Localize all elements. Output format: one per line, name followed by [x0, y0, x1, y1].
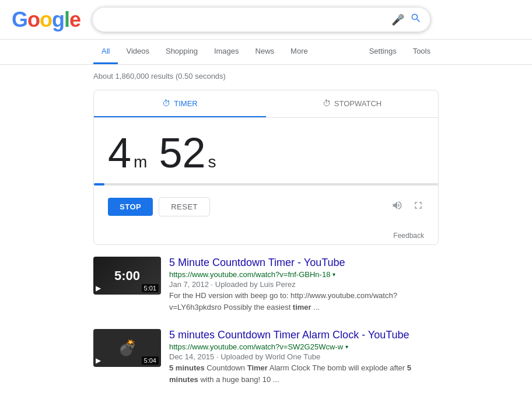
tab-images[interactable]: Images [206, 40, 247, 64]
search-button[interactable] [410, 12, 422, 27]
widget-tabs: ⏱ TIMER ⏱ STOPWATCH [94, 90, 438, 118]
result-url-row-1: https://www.youtube.com/watch?v=fnf-GBHn… [169, 270, 439, 279]
thumb-bomb-icon: 💣 [118, 339, 136, 357]
search-icons: 🎤 [391, 12, 422, 27]
search-bar: five minute timer 🎤 [92, 7, 430, 32]
stop-button[interactable]: STOP [108, 198, 153, 216]
search-result-1: 5:00 ▶ 5:01 5 Minute Countdown Timer - Y… [93, 257, 439, 313]
fullscreen-icon[interactable] [412, 200, 424, 214]
nav-right: Settings Tools [361, 40, 439, 64]
timer-time: 4m 52s [108, 132, 424, 174]
logo-letter-o2: o [40, 8, 52, 32]
progress-bar-fill [94, 183, 104, 186]
stopwatch-tab-label: STOPWATCH [334, 99, 382, 108]
progress-bar-container [94, 183, 438, 186]
result-url-row-2: https://www.youtube.com/watch?v=SW2G25Wc… [169, 342, 439, 351]
timer-seconds: 52 [159, 132, 205, 174]
timer-controls: STOP RESET [94, 197, 438, 228]
tab-settings[interactable]: Settings [361, 40, 405, 64]
result-title-2[interactable]: 5 minutes Countdown Timer Alarm Clock - … [169, 329, 410, 341]
timer-seconds-unit: s [208, 153, 216, 172]
tab-news[interactable]: News [247, 40, 283, 64]
snippet-bold-1: timer [293, 303, 312, 312]
feedback-row: Feedback [94, 228, 438, 244]
timer-tab-label: TIMER [174, 99, 197, 108]
volume-icon[interactable] [391, 200, 403, 214]
thumb-play-2: ▶ [96, 356, 101, 365]
results-area: About 1,860,000 results (0.50 seconds) ⏱… [0, 65, 532, 399]
result-content-1: 5 Minute Countdown Timer - YouTube https… [169, 257, 439, 313]
snippet-bold-2a: 5 minutes [169, 363, 205, 372]
stopwatch-tab-icon: ⏱ [323, 99, 331, 108]
logo-letter-o1: o [27, 8, 40, 32]
logo-letter-g: G [12, 8, 27, 32]
logo-letter-l: l [64, 8, 69, 32]
results-count: About 1,860,000 results (0.50 seconds) [93, 72, 439, 80]
result-thumbnail-1: 5:00 ▶ 5:01 [93, 257, 161, 295]
search-result-2: 💣 ▶ 5:04 5 minutes Countdown Timer Alarm… [93, 329, 439, 385]
result-meta-1: Jan 7, 2012 · Uploaded by Luis Perez [169, 280, 439, 289]
result-snippet-2: 5 minutes Countdown Timer Alarm Clock Th… [169, 362, 439, 385]
google-logo: Google [12, 8, 80, 32]
result-snippet-1: For the HD version with beep go to: http… [169, 290, 439, 313]
result-url-2: https://www.youtube.com/watch?v=SW2G25Wc… [169, 342, 343, 351]
timer-minutes: 4 [108, 132, 131, 174]
result-url-arrow-1[interactable]: ▾ [332, 271, 335, 278]
tab-more[interactable]: More [282, 40, 316, 64]
stopwatch-tab[interactable]: ⏱ STOPWATCH [266, 90, 438, 117]
tab-tools[interactable]: Tools [405, 40, 439, 64]
result-title-1[interactable]: 5 Minute Countdown Timer - YouTube [169, 257, 345, 268]
result-row-1: 5:00 ▶ 5:01 5 Minute Countdown Timer - Y… [93, 257, 439, 313]
result-url-arrow-2[interactable]: ▾ [345, 344, 348, 350]
result-meta-2: Dec 14, 2015 · Uploaded by World One Tub… [169, 352, 439, 361]
timer-tab[interactable]: ⏱ TIMER [94, 90, 266, 117]
thumb-time-1: 5:01 [142, 284, 159, 292]
nav-tabs: All Videos Shopping Images News More Set… [0, 40, 532, 65]
tab-videos[interactable]: Videos [118, 40, 158, 64]
search-input[interactable]: five minute timer [101, 15, 391, 25]
tab-shopping[interactable]: Shopping [158, 40, 206, 64]
mic-icon[interactable]: 🎤 [391, 13, 404, 26]
result-row-2: 💣 ▶ 5:04 5 minutes Countdown Timer Alarm… [93, 329, 439, 385]
timer-display: 4m 52s [94, 118, 438, 174]
thumb-play-1: ▶ [96, 284, 101, 292]
controls-right [391, 200, 424, 214]
snippet-bold-2c: 5 minutes [169, 363, 411, 384]
result-thumbnail-2: 💣 ▶ 5:04 [93, 329, 161, 367]
timer-minutes-unit: m [134, 153, 147, 172]
reset-button[interactable]: RESET [159, 197, 210, 216]
timer-tab-icon: ⏱ [162, 99, 170, 108]
thumb-time-2: 5:04 [142, 356, 159, 365]
snippet-bold-2b: Timer [247, 363, 268, 372]
tab-all[interactable]: All [93, 40, 118, 64]
header: Google five minute timer 🎤 [0, 0, 532, 40]
result-url-1: https://www.youtube.com/watch?v=fnf-GBHn… [169, 270, 330, 279]
feedback-link[interactable]: Feedback [393, 232, 424, 240]
logo-letter-e: e [69, 8, 80, 32]
timer-widget: ⏱ TIMER ⏱ STOPWATCH 4m 52s STOP RESET [93, 90, 439, 245]
result-content-2: 5 minutes Countdown Timer Alarm Clock - … [169, 329, 439, 385]
logo-letter-g2: g [52, 8, 64, 32]
